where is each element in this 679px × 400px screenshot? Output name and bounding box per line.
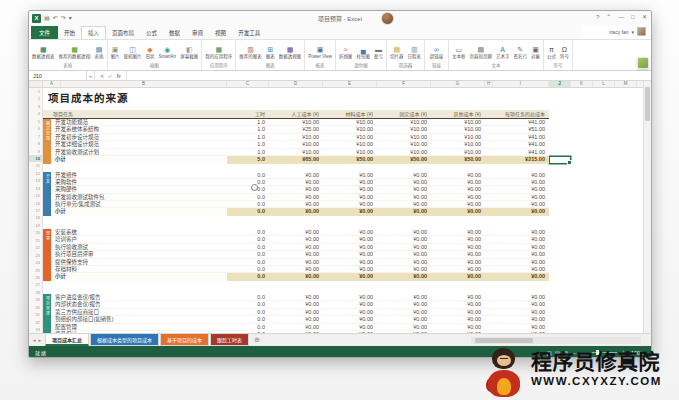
cell[interactable]: ¥0.00 (377, 301, 431, 308)
cell[interactable]: 第三方供应商接口 (51, 309, 227, 316)
cell[interactable]: 0.0 (227, 244, 269, 251)
cell[interactable]: 1.0 (227, 119, 269, 126)
cell[interactable]: ¥0.00 (377, 186, 431, 193)
cell[interactable]: 0.0 (227, 294, 269, 301)
cell[interactable]: ¥51.00 (493, 126, 549, 133)
cell[interactable]: ¥10.00 (269, 134, 323, 141)
cell[interactable]: ¥0.00 (431, 186, 485, 193)
cell[interactable] (485, 172, 493, 179)
cell[interactable]: 执行单元/集成测试 (51, 201, 227, 208)
sheet-tab[interactable]: 项目成本汇总 (45, 334, 89, 346)
minimize-icon[interactable]: — (618, 13, 624, 22)
cell[interactable] (485, 156, 493, 164)
cell[interactable]: ¥0.00 (493, 266, 549, 273)
cell[interactable]: ¥10.00 (323, 141, 377, 148)
horizontal-scrollbar-thumb[interactable] (475, 338, 533, 343)
ribbon-button[interactable]: ⊞图表 (265, 46, 276, 59)
column-header[interactable]: A (43, 81, 61, 87)
cell[interactable]: 到组织内部接口(如销售) (51, 316, 227, 323)
cell[interactable]: ¥0.00 (431, 244, 485, 251)
ribbon-button[interactable]: ▦推荐的数据透视表 (58, 46, 92, 59)
cell[interactable]: ¥0.00 (377, 229, 431, 236)
enter-icon[interactable]: ✓ (108, 73, 112, 79)
cell[interactable]: ¥0.00 (269, 316, 323, 323)
column-header[interactable]: I (493, 81, 549, 87)
cell[interactable]: 配置管理 (51, 324, 227, 331)
cell[interactable]: 0.0 (227, 186, 269, 193)
cell[interactable]: ¥0.00 (323, 179, 377, 186)
cell[interactable]: ¥0.00 (431, 229, 485, 236)
column-header[interactable]: B (61, 81, 227, 87)
cell[interactable] (485, 301, 493, 308)
cell[interactable]: 0.0 (227, 208, 269, 216)
cell[interactable]: ¥0.00 (431, 208, 485, 216)
ribbon-button[interactable]: ▣对象 (530, 46, 541, 59)
cell[interactable]: ¥10.00 (377, 149, 431, 156)
ribbon-tab[interactable]: 插入 (81, 26, 106, 40)
ribbon-button[interactable]: ∞超链接 (429, 46, 445, 59)
cell[interactable]: ¥0.00 (493, 186, 549, 193)
add-sheet-icon[interactable]: ⊕ (249, 334, 265, 346)
cell[interactable]: ¥0.00 (377, 324, 431, 331)
ribbon-tab[interactable]: 开始 (58, 27, 81, 40)
sheet-tab[interactable]: 跟踪工时表 (210, 334, 249, 346)
sheet-grid[interactable]: 项目成本的来源 项目任务工时人工成本 (¥)材料成本 (¥)固定成本 (¥)其他… (43, 88, 637, 333)
cell[interactable]: ¥0.00 (269, 229, 323, 236)
cell[interactable]: ¥10.00 (431, 149, 485, 156)
cell[interactable]: ¥0.00 (493, 251, 549, 258)
row-number[interactable]: 33 (29, 326, 42, 333)
cell[interactable]: ¥10.00 (377, 119, 431, 126)
cell[interactable] (485, 194, 493, 201)
ribbon-button[interactable]: ▦数据透视图 (278, 46, 303, 59)
cell[interactable]: ¥10.00 (377, 134, 431, 141)
row-number[interactable]: 25 (29, 267, 42, 274)
cell[interactable]: ¥0.00 (431, 316, 485, 323)
row-number[interactable]: 8 (29, 140, 42, 147)
cell[interactable]: ¥0.00 (323, 208, 377, 216)
row-number[interactable]: 22 (29, 244, 42, 251)
floating-widget-icon[interactable] (637, 57, 649, 69)
cell[interactable]: ¥0.00 (377, 236, 431, 243)
cell[interactable]: ¥0.00 (269, 294, 323, 301)
cell[interactable]: ¥0.00 (431, 194, 485, 201)
cell[interactable]: 0.0 (227, 251, 269, 258)
row-number[interactable]: 26 (29, 274, 42, 281)
ribbon-button[interactable]: Ω符号 (559, 46, 570, 59)
cancel-icon[interactable]: ✕ (100, 73, 104, 79)
row-number[interactable]: 3 (29, 103, 42, 110)
cell[interactable]: ¥215.00 (493, 156, 549, 164)
cell[interactable]: 1.0 (227, 149, 269, 156)
cell[interactable]: ¥25.00 (269, 126, 323, 133)
row-number[interactable]: 17 (29, 207, 42, 214)
cell[interactable]: ¥10.00 (431, 119, 485, 126)
cell[interactable]: ¥41.00 (493, 141, 549, 148)
cell[interactable]: ¥0.00 (323, 244, 377, 251)
cell[interactable] (485, 316, 493, 323)
cell[interactable]: 0.0 (227, 236, 269, 243)
cell[interactable] (485, 208, 493, 216)
horizontal-scrollbar[interactable] (471, 337, 641, 344)
row-number[interactable]: 10 (29, 155, 42, 162)
name-box[interactable]: J10 (29, 71, 87, 80)
cell[interactable]: ¥0.00 (431, 236, 485, 243)
ribbon-button[interactable]: ◉SmartArt (158, 46, 178, 59)
cell[interactable]: ¥50.00 (323, 156, 377, 164)
row-number[interactable]: 21 (29, 237, 42, 244)
cell[interactable]: 0.0 (227, 172, 269, 179)
ribbon-tab[interactable]: 公式 (140, 27, 163, 40)
cell[interactable]: ¥0.00 (269, 194, 323, 201)
cell[interactable]: ¥0.00 (269, 201, 323, 208)
cell[interactable]: ¥10.00 (323, 126, 377, 133)
ribbon-button[interactable]: ▤切片器 (389, 46, 405, 59)
cell[interactable]: ¥0.00 (431, 273, 485, 281)
help-icon[interactable]: ? (596, 13, 599, 22)
cell[interactable]: ¥10.00 (377, 126, 431, 133)
cell[interactable] (485, 244, 493, 251)
ribbon-button[interactable]: ◧屏幕截图 (179, 46, 199, 59)
cell[interactable]: ¥65.00 (269, 156, 323, 164)
ribbon-button[interactable]: ≈折线图 (338, 46, 354, 59)
ribbon-button[interactable]: ✎签名行 (512, 46, 528, 59)
cell[interactable]: ¥0.00 (269, 251, 323, 258)
cell[interactable]: 0.0 (227, 301, 269, 308)
cell[interactable]: ¥0.00 (377, 309, 431, 316)
